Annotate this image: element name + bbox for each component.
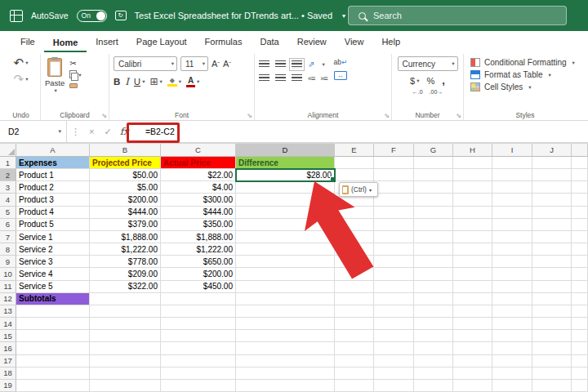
cell-D14[interactable] — [236, 318, 335, 330]
conditional-formatting-button[interactable]: Conditional Formatting▾ — [470, 58, 582, 67]
cell-J11[interactable] — [532, 281, 572, 293]
cell-E18[interactable] — [335, 368, 374, 380]
cell-E17[interactable] — [335, 355, 374, 368]
cell-G9[interactable] — [414, 256, 453, 268]
cell-I16[interactable] — [492, 342, 532, 354]
cell-H4[interactable] — [453, 194, 492, 206]
cell-D1[interactable]: Difference — [236, 157, 335, 169]
number-format-combo[interactable]: Currency▾ — [398, 56, 458, 71]
column-header-F[interactable]: F — [374, 144, 414, 157]
cell-J15[interactable] — [532, 330, 572, 342]
cell-F14[interactable] — [374, 318, 414, 330]
save-icon[interactable]: ↻ — [115, 11, 127, 20]
cell-F9[interactable] — [374, 256, 414, 268]
cell-G15[interactable] — [414, 330, 453, 342]
cell-sliver-13[interactable] — [572, 305, 588, 318]
cell-G11[interactable] — [414, 281, 453, 293]
cell-H7[interactable] — [453, 231, 492, 243]
cell-D3[interactable] — [236, 181, 335, 194]
cell-B10[interactable]: $209.00 — [90, 268, 161, 280]
cell-H13[interactable] — [453, 305, 492, 318]
cell-G2[interactable] — [414, 169, 453, 181]
select-all-corner[interactable] — [0, 144, 16, 157]
row-header-14[interactable]: 14 — [0, 318, 16, 330]
formula-bar-dots-icon[interactable]: ⋮ — [67, 127, 84, 137]
cell-F15[interactable] — [374, 330, 414, 342]
cell-B3[interactable]: $5.00 — [90, 181, 161, 194]
font-name-combo[interactable]: Calibri▾ — [114, 56, 177, 71]
cancel-button[interactable]: × — [84, 127, 99, 136]
number-dialog-launcher[interactable]: ⇘ — [456, 112, 461, 119]
column-header-B[interactable]: B — [90, 144, 161, 157]
cell-I12[interactable] — [492, 293, 532, 305]
paste-button[interactable]: Paste ▾ — [45, 56, 65, 108]
cell-E1[interactable] — [335, 157, 374, 169]
cell-F2[interactable] — [374, 169, 414, 181]
decrease-indent-button[interactable]: «≡ — [308, 74, 314, 82]
comma-style-button[interactable]: , — [442, 74, 445, 87]
cell-D19[interactable] — [236, 380, 335, 392]
cell-sliver-15[interactable] — [572, 330, 588, 342]
row-header-10[interactable]: 10 — [0, 268, 16, 280]
font-dialog-launcher[interactable]: ⇘ — [247, 112, 252, 119]
cell-sliver-18[interactable] — [572, 368, 588, 380]
clipboard-dialog-launcher[interactable]: ⇘ — [101, 112, 107, 119]
increase-decimal-button[interactable]: ←.0 — [412, 89, 423, 95]
cell-sliver-8[interactable] — [572, 243, 588, 256]
cell-D8[interactable] — [236, 243, 335, 256]
column-header-I[interactable]: I — [492, 144, 532, 157]
cell-J10[interactable] — [532, 268, 572, 280]
paste-options-button[interactable]: (Ctrl) ▾ — [339, 182, 378, 197]
borders-button[interactable]: ⊞▾ — [149, 76, 162, 87]
format-painter-button[interactable] — [69, 82, 81, 88]
cell-B11[interactable]: $322.00 — [90, 281, 161, 293]
cell-F6[interactable] — [374, 219, 414, 231]
cell-I1[interactable] — [492, 157, 532, 169]
cell-E12[interactable] — [335, 293, 374, 305]
cell-G13[interactable] — [414, 305, 453, 318]
cell-sliver-19[interactable] — [572, 380, 588, 392]
cell-F11[interactable] — [374, 281, 414, 293]
cell-J7[interactable] — [532, 231, 572, 243]
cell-J1[interactable] — [532, 157, 572, 169]
cell-I5[interactable] — [492, 207, 532, 219]
cell-J2[interactable] — [532, 169, 572, 181]
cell-G1[interactable] — [414, 157, 453, 169]
cell-H2[interactable] — [453, 169, 492, 181]
cell-D18[interactable] — [236, 368, 335, 380]
cell-F7[interactable] — [374, 231, 414, 243]
row-header-4[interactable]: 4 — [0, 194, 16, 206]
row-header-18[interactable]: 18 — [0, 368, 16, 380]
cell-A7[interactable]: Service 1 — [16, 231, 90, 243]
cell-G12[interactable] — [414, 293, 453, 305]
cell-C3[interactable]: $4.00 — [161, 181, 236, 194]
cell-G6[interactable] — [414, 219, 453, 231]
row-header-1[interactable]: 1 — [0, 157, 16, 169]
cell-J17[interactable] — [532, 355, 572, 368]
cell-G16[interactable] — [414, 342, 453, 354]
redo-button[interactable]: ↷▾ — [14, 73, 29, 86]
tab-help[interactable]: Help — [372, 33, 409, 52]
row-header-11[interactable]: 11 — [0, 281, 16, 293]
cell-J8[interactable] — [532, 243, 572, 256]
cell-F10[interactable] — [374, 268, 414, 280]
cell-A4[interactable]: Product 3 — [16, 194, 90, 206]
cell-A12[interactable]: Subtotals — [16, 293, 90, 305]
cell-C19[interactable] — [161, 380, 236, 392]
copy-button[interactable]: ▾ — [69, 70, 81, 79]
cell-F4[interactable] — [374, 194, 414, 206]
cell-B12[interactable] — [90, 293, 161, 305]
cell-sliver-9[interactable] — [572, 256, 588, 268]
cell-A11[interactable]: Service 5 — [16, 281, 90, 293]
font-color-button[interactable]: A▾ — [186, 77, 199, 87]
cell-H1[interactable] — [453, 157, 492, 169]
row-header-15[interactable]: 15 — [0, 330, 16, 342]
fill-color-button[interactable]: ◆▾ — [167, 78, 181, 87]
cell-I13[interactable] — [492, 305, 532, 318]
italic-button[interactable]: I — [125, 76, 129, 87]
cell-B16[interactable] — [90, 342, 161, 354]
cell-J5[interactable] — [532, 207, 572, 219]
cell-F12[interactable] — [374, 293, 414, 305]
cell-F17[interactable] — [374, 355, 414, 368]
percent-style-button[interactable]: % — [426, 76, 434, 86]
